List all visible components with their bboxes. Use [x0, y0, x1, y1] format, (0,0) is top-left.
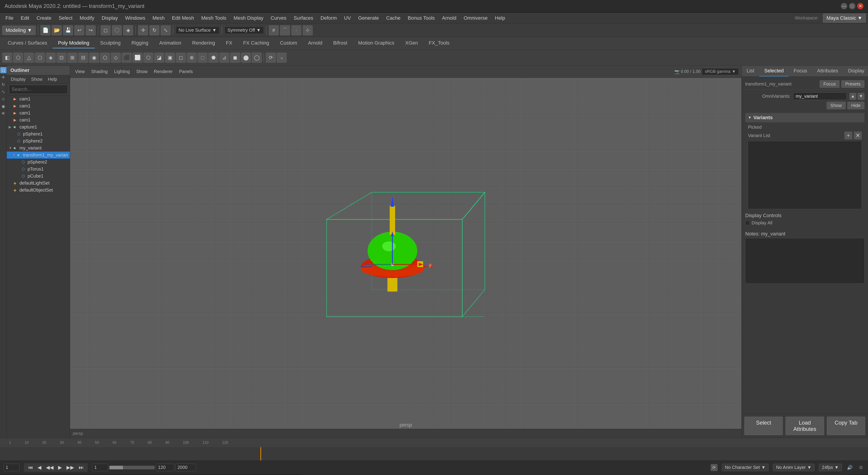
tool-3[interactable]: △ — [24, 53, 34, 63]
open-scene-button[interactable]: 📂 — [52, 25, 62, 35]
show-button[interactable]: Show — [827, 102, 846, 109]
tab-xgen[interactable]: XGen — [400, 38, 423, 49]
omni-variants-value[interactable]: my_variant — [793, 92, 847, 100]
tool-15[interactable]: ◪ — [154, 53, 164, 63]
tab-display[interactable]: Display — [843, 66, 868, 77]
snap-surface-button[interactable]: ⊹ — [303, 25, 313, 35]
fps-dropdown[interactable]: 24fps ▼ — [819, 464, 842, 471]
tool-19[interactable]: ◌ — [197, 53, 208, 63]
loop-button[interactable]: ⟳ — [711, 464, 717, 471]
menu-curves[interactable]: Curves — [268, 14, 289, 22]
tool-9[interactable]: ◉ — [89, 53, 99, 63]
display-all-checkbox[interactable] — [745, 221, 750, 225]
tool-22[interactable]: ◼ — [230, 53, 240, 63]
tool-20[interactable]: ⬟ — [209, 53, 218, 63]
copy-tab-button[interactable]: Copy Tab — [827, 417, 865, 435]
paint-icon[interactable]: ⊹ — [0, 96, 6, 102]
outliner-menu-show[interactable]: Show — [29, 76, 45, 82]
play-end-button[interactable]: ⏭ — [77, 464, 85, 471]
settings-icon[interactable]: ⚙ — [858, 464, 864, 471]
scale-icon[interactable]: ⤡ — [0, 89, 6, 95]
vp-menu-show[interactable]: Show — [134, 68, 150, 75]
lasso-tool-button[interactable]: 〇 — [112, 25, 122, 35]
tool-24[interactable]: ◯ — [252, 53, 262, 63]
viewport-canvas[interactable]: persp — [70, 78, 741, 429]
menu-deform[interactable]: Deform — [317, 14, 340, 22]
presets-button[interactable]: Presets — [841, 80, 864, 88]
omni-variants-up[interactable]: ▲ — [849, 93, 856, 100]
workspace-dropdown[interactable]: Maya Classic ▼ — [823, 13, 866, 23]
tab-sculpting[interactable]: Sculpting — [95, 38, 126, 49]
menu-mesh-tools[interactable]: Mesh Tools — [198, 14, 229, 22]
vp-menu-renderer[interactable]: Renderer — [152, 68, 175, 75]
variant-add-button[interactable]: + — [844, 131, 852, 139]
tool-11[interactable]: ◇ — [111, 53, 121, 63]
omni-variants-down[interactable]: ▼ — [858, 93, 864, 100]
tree-item-default-light-set[interactable]: ◈ defaultLightSet — [7, 180, 70, 187]
no-live-surface[interactable]: No Live Surface ▼ — [176, 27, 219, 34]
select-tool-button[interactable]: ◻ — [101, 25, 111, 35]
tab-fx-tools[interactable]: FX_Tools — [423, 38, 455, 49]
undo-button[interactable]: ↩ — [74, 25, 84, 35]
tree-item-cam1c[interactable]: ▶ cam1 — [7, 110, 70, 117]
play-next-button[interactable]: ▶▶ — [65, 464, 75, 471]
menu-bonus-tools[interactable]: Bonus Tools — [405, 14, 438, 22]
menu-uv[interactable]: UV — [341, 14, 354, 22]
tool-23[interactable]: ⬤ — [241, 53, 251, 63]
tab-list[interactable]: List — [742, 66, 759, 77]
tree-item-capture1[interactable]: ▶ ■ capture1 — [7, 123, 70, 130]
play-back-button[interactable]: ◀◀ — [44, 464, 55, 471]
select-icon[interactable]: ◻ — [0, 67, 6, 73]
menu-surfaces[interactable]: Surfaces — [290, 14, 316, 22]
tree-item-default-object-set[interactable]: ◈ defaultObjectSet — [7, 187, 70, 194]
tree-item-cam1b[interactable]: ▶ cam1 — [7, 102, 70, 110]
vp-menu-panels[interactable]: Panels — [177, 68, 195, 75]
menu-edit[interactable]: Edit — [18, 14, 32, 22]
menu-create[interactable]: Create — [33, 14, 55, 22]
tree-item-ptorus1[interactable]: ⬡ pTorus1 — [7, 166, 70, 173]
tool-6[interactable]: ⊡ — [57, 53, 66, 63]
tab-fx[interactable]: FX — [221, 38, 238, 49]
rotate-icon[interactable]: ↻ — [0, 82, 6, 88]
tab-curves-surfaces[interactable]: Curves / Surfaces — [2, 38, 53, 49]
load-attributes-button[interactable]: Load Attributes — [785, 417, 824, 435]
menu-windows[interactable]: Windows — [122, 14, 149, 22]
tab-fx-caching[interactable]: FX Caching — [238, 38, 275, 49]
scale-tool-button[interactable]: ⤡ — [161, 25, 170, 35]
tool-8[interactable]: ⊟ — [78, 53, 88, 63]
rotate-tool-button[interactable]: ↻ — [149, 25, 159, 35]
tree-item-my-variant[interactable]: ▼ ■ my_variant — [7, 145, 70, 152]
symmetry-off[interactable]: Symmetry Off ▼ — [224, 27, 264, 34]
tool-18[interactable]: ⊕ — [187, 53, 197, 63]
variants-section-header[interactable]: ▼ Variants — [745, 113, 864, 122]
menu-modify[interactable]: Modify — [76, 14, 98, 22]
soft-select-icon[interactable]: ◉ — [0, 103, 6, 110]
hide-button[interactable]: Hide — [847, 102, 864, 109]
module-dropdown[interactable]: Modeling ▼ — [2, 26, 35, 35]
tab-attributes[interactable]: Attributes — [812, 66, 843, 77]
tool-26[interactable]: ⬦ — [277, 53, 287, 63]
paint-tool-button[interactable]: ◈ — [123, 25, 133, 35]
snap-grid-button[interactable]: # — [269, 25, 279, 35]
menu-select[interactable]: Select — [55, 14, 75, 22]
tool-1[interactable]: ◧ — [2, 53, 12, 63]
tab-arnold[interactable]: Arnold — [303, 38, 328, 49]
play-prev-button[interactable]: ◀ — [36, 464, 43, 471]
menu-omniverse[interactable]: Omniverse — [460, 14, 491, 22]
range-slider[interactable] — [110, 466, 155, 469]
notes-area[interactable] — [745, 238, 864, 284]
tool-17[interactable]: ◻ — [176, 53, 186, 63]
tab-bifrost[interactable]: Bifrost — [328, 38, 352, 49]
tool-14[interactable]: ⬡ — [143, 53, 153, 63]
tab-rigging[interactable]: Rigging — [126, 38, 154, 49]
play-forward-button[interactable]: ▶ — [57, 464, 63, 471]
tab-selected[interactable]: Selected — [759, 66, 789, 77]
range-end-input[interactable] — [156, 464, 174, 471]
outliner-menu-help[interactable]: Help — [46, 76, 59, 82]
vp-menu-view[interactable]: View — [73, 68, 87, 75]
snap-point-button[interactable]: · — [291, 25, 301, 35]
search-input[interactable] — [9, 85, 68, 94]
menu-file[interactable]: File — [2, 14, 17, 22]
audio-icon[interactable]: 🔊 — [846, 464, 853, 471]
tab-rendering[interactable]: Rendering — [187, 38, 221, 49]
